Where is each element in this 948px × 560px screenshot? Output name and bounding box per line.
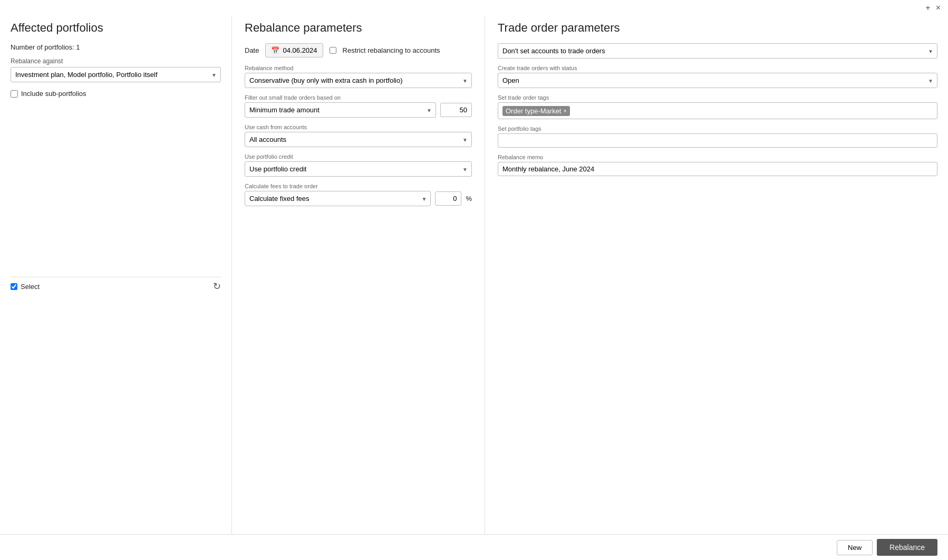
date-label: Date xyxy=(245,46,259,54)
trade-order-section: Trade order parameters Don't set account… xyxy=(485,16,948,560)
fees-amount-input[interactable]: 0 xyxy=(435,191,461,206)
accounts-select[interactable]: Don't set accounts to trade orders xyxy=(498,43,937,59)
bottom-bar: New Rebalance xyxy=(0,534,948,560)
affected-portfolios-title: Affected portfolios xyxy=(11,21,221,35)
method-dropdown[interactable]: Conservative (buy only with extra cash i… xyxy=(245,73,472,88)
include-sub-label: Include sub-portfolios xyxy=(21,90,86,98)
accounts-dropdown[interactable]: Don't set accounts to trade orders xyxy=(498,43,937,59)
date-value: 04.06.2024 xyxy=(283,46,317,54)
rebalance-against-select[interactable]: Investment plan, Model portfolio, Portfo… xyxy=(11,67,221,82)
include-sub-row: Include sub-portfolios xyxy=(11,90,221,98)
rebalance-button[interactable]: Rebalance xyxy=(877,539,937,556)
fees-label: Calculate fees to trade order xyxy=(245,183,472,189)
filter-amount-input[interactable]: 50 xyxy=(440,103,472,117)
date-picker-button[interactable]: 📅 04.06.2024 xyxy=(265,43,323,57)
filter-dropdown[interactable]: Minimum trade amount xyxy=(245,102,436,118)
cash-label: Use cash from accounts xyxy=(245,124,472,130)
cash-dropdown[interactable]: All accounts xyxy=(245,132,472,147)
filter-select[interactable]: Minimum trade amount xyxy=(245,102,436,118)
plus-icon[interactable]: + xyxy=(925,3,930,13)
num-portfolios: Number of portfolios: 1 xyxy=(11,43,221,51)
fees-dropdown[interactable]: Calculate fixed fees xyxy=(245,191,431,206)
select-all-checkbox[interactable] xyxy=(11,283,17,290)
memo-input[interactable]: Monthly rebalance, June 2024 xyxy=(498,162,937,176)
tag-remove-icon[interactable]: × xyxy=(563,108,566,114)
credit-label: Use portfolio credit xyxy=(245,153,472,160)
credit-dropdown[interactable]: Use portfolio credit xyxy=(245,161,472,177)
status-select[interactable]: Open xyxy=(498,73,937,88)
tags-input-area[interactable]: Order type-Market × xyxy=(498,102,937,119)
include-sub-checkbox[interactable] xyxy=(11,90,18,98)
top-bar: + × xyxy=(0,0,948,16)
rebalance-against-label: Rebalance against xyxy=(11,57,221,65)
portfolio-tags-label: Set portfolio tags xyxy=(498,125,948,132)
method-label: Rebalance method xyxy=(245,65,472,71)
status-label: Create trade orders with status xyxy=(498,65,948,71)
trade-order-title: Trade order parameters xyxy=(498,21,948,35)
close-icon[interactable]: × xyxy=(936,3,941,13)
rebalance-against-dropdown[interactable]: Investment plan, Model portfolio, Portfo… xyxy=(11,67,221,82)
rebalance-parameters-title: Rebalance parameters xyxy=(245,21,472,35)
filter-label: Filter out small trade orders based on xyxy=(245,94,472,101)
method-select[interactable]: Conservative (buy only with extra cash i… xyxy=(245,73,472,88)
affected-portfolios-section: Affected portfolios Number of portfolios… xyxy=(0,16,232,560)
new-button[interactable]: New xyxy=(837,540,873,555)
memo-label: Rebalance memo xyxy=(498,154,948,160)
status-dropdown[interactable]: Open xyxy=(498,73,937,88)
select-all-label: Select xyxy=(21,283,40,291)
credit-select[interactable]: Use portfolio credit xyxy=(245,161,472,177)
fees-select[interactable]: Calculate fixed fees xyxy=(245,191,431,206)
restrict-label: Restrict rebalancing to accounts xyxy=(343,46,440,54)
calendar-icon: 📅 xyxy=(271,46,279,54)
fees-unit: % xyxy=(466,195,472,202)
cash-select[interactable]: All accounts xyxy=(245,132,472,147)
restrict-checkbox[interactable] xyxy=(330,47,336,54)
tag-order-type-market: Order type-Market × xyxy=(502,106,570,116)
tags-label: Set trade order tags xyxy=(498,94,948,101)
refresh-button[interactable]: ↻ xyxy=(213,281,221,292)
rebalance-parameters-section: Rebalance parameters Date 📅 04.06.2024 R… xyxy=(232,16,485,560)
portfolio-tags-input[interactable] xyxy=(498,133,937,148)
tag-label: Order type-Market xyxy=(506,107,561,115)
